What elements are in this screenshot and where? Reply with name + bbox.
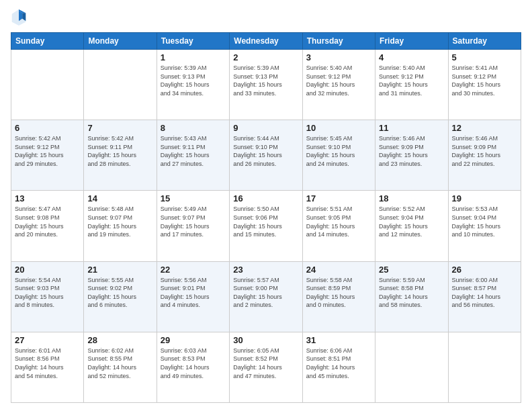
weekday-friday: Friday xyxy=(375,33,448,50)
day-cell: 11Sunrise: 5:46 AM Sunset: 9:09 PM Dayli… xyxy=(375,120,448,191)
day-cell: 10Sunrise: 5:45 AM Sunset: 9:10 PM Dayli… xyxy=(302,120,375,191)
day-number: 29 xyxy=(161,335,226,345)
day-number: 18 xyxy=(379,193,444,203)
day-number: 3 xyxy=(306,52,371,62)
day-cell: 14Sunrise: 5:48 AM Sunset: 9:07 PM Dayli… xyxy=(84,191,157,261)
day-cell: 26Sunrise: 6:00 AM Sunset: 8:57 PM Dayli… xyxy=(448,261,521,332)
day-info: Sunrise: 5:52 AM Sunset: 9:04 PM Dayligh… xyxy=(379,205,444,238)
day-info: Sunrise: 5:59 AM Sunset: 8:58 PM Dayligh… xyxy=(379,276,444,310)
weekday-tuesday: Tuesday xyxy=(157,33,229,50)
weekday-header-row: SundayMondayTuesdayWednesdayThursdayFrid… xyxy=(11,33,521,50)
day-cell: 12Sunrise: 5:46 AM Sunset: 9:09 PM Dayli… xyxy=(448,120,521,191)
day-info: Sunrise: 5:43 AM Sunset: 9:11 PM Dayligh… xyxy=(161,134,226,168)
day-number: 22 xyxy=(161,265,226,275)
day-info: Sunrise: 6:06 AM Sunset: 8:51 PM Dayligh… xyxy=(306,347,371,380)
day-cell: 24Sunrise: 5:58 AM Sunset: 8:59 PM Dayli… xyxy=(302,261,375,332)
day-info: Sunrise: 6:05 AM Sunset: 8:52 PM Dayligh… xyxy=(233,347,298,380)
day-info: Sunrise: 6:01 AM Sunset: 8:56 PM Dayligh… xyxy=(15,347,80,380)
day-number: 26 xyxy=(452,265,517,275)
day-info: Sunrise: 5:47 AM Sunset: 9:08 PM Dayligh… xyxy=(15,205,80,238)
day-number: 2 xyxy=(233,52,298,62)
weekday-wednesday: Wednesday xyxy=(230,33,302,50)
day-number: 6 xyxy=(15,123,80,133)
day-number: 14 xyxy=(87,193,152,203)
day-cell: 16Sunrise: 5:50 AM Sunset: 9:06 PM Dayli… xyxy=(230,191,302,261)
day-cell: 20Sunrise: 5:54 AM Sunset: 9:03 PM Dayli… xyxy=(11,261,84,332)
day-info: Sunrise: 5:44 AM Sunset: 9:10 PM Dayligh… xyxy=(233,134,298,168)
day-number: 15 xyxy=(161,193,226,203)
day-info: Sunrise: 6:03 AM Sunset: 8:53 PM Dayligh… xyxy=(161,347,226,380)
day-cell: 9Sunrise: 5:44 AM Sunset: 9:10 PM Daylig… xyxy=(230,120,302,191)
day-cell: 27Sunrise: 6:01 AM Sunset: 8:56 PM Dayli… xyxy=(11,332,84,402)
day-info: Sunrise: 5:40 AM Sunset: 9:12 PM Dayligh… xyxy=(379,64,444,97)
day-cell: 3Sunrise: 5:40 AM Sunset: 9:12 PM Daylig… xyxy=(302,50,375,120)
day-cell: 17Sunrise: 5:51 AM Sunset: 9:05 PM Dayli… xyxy=(302,191,375,261)
day-cell: 21Sunrise: 5:55 AM Sunset: 9:02 PM Dayli… xyxy=(84,261,157,332)
week-row-1: 1Sunrise: 5:39 AM Sunset: 9:13 PM Daylig… xyxy=(11,50,521,120)
day-info: Sunrise: 5:55 AM Sunset: 9:02 PM Dayligh… xyxy=(87,276,152,310)
day-info: Sunrise: 5:53 AM Sunset: 9:04 PM Dayligh… xyxy=(452,205,517,238)
day-cell: 22Sunrise: 5:56 AM Sunset: 9:01 PM Dayli… xyxy=(157,261,229,332)
day-number: 10 xyxy=(306,123,371,133)
day-number: 23 xyxy=(233,265,298,275)
weekday-saturday: Saturday xyxy=(448,33,521,50)
day-info: Sunrise: 6:00 AM Sunset: 8:57 PM Dayligh… xyxy=(452,276,517,310)
day-info: Sunrise: 5:39 AM Sunset: 9:13 PM Dayligh… xyxy=(161,64,226,97)
day-info: Sunrise: 5:50 AM Sunset: 9:06 PM Dayligh… xyxy=(233,205,298,238)
day-number: 12 xyxy=(452,123,517,133)
day-info: Sunrise: 5:42 AM Sunset: 9:11 PM Dayligh… xyxy=(87,134,152,168)
day-cell xyxy=(448,332,521,402)
week-row-5: 27Sunrise: 6:01 AM Sunset: 8:56 PM Dayli… xyxy=(11,332,521,402)
weekday-sunday: Sunday xyxy=(11,33,84,50)
day-info: Sunrise: 5:51 AM Sunset: 9:05 PM Dayligh… xyxy=(306,205,371,238)
day-info: Sunrise: 5:42 AM Sunset: 9:12 PM Dayligh… xyxy=(15,134,80,168)
day-number: 11 xyxy=(379,123,444,133)
day-cell: 15Sunrise: 5:49 AM Sunset: 9:07 PM Dayli… xyxy=(157,191,229,261)
day-cell: 30Sunrise: 6:05 AM Sunset: 8:52 PM Dayli… xyxy=(230,332,302,402)
day-number: 24 xyxy=(306,265,371,275)
logo xyxy=(11,8,30,27)
day-number: 19 xyxy=(452,193,517,203)
day-cell: 13Sunrise: 5:47 AM Sunset: 9:08 PM Dayli… xyxy=(11,191,84,261)
day-cell: 2Sunrise: 5:39 AM Sunset: 9:13 PM Daylig… xyxy=(230,50,302,120)
day-cell: 25Sunrise: 5:59 AM Sunset: 8:58 PM Dayli… xyxy=(375,261,448,332)
day-cell: 19Sunrise: 5:53 AM Sunset: 9:04 PM Dayli… xyxy=(448,191,521,261)
day-cell: 8Sunrise: 5:43 AM Sunset: 9:11 PM Daylig… xyxy=(157,120,229,191)
day-cell xyxy=(84,50,157,120)
week-row-3: 13Sunrise: 5:47 AM Sunset: 9:08 PM Dayli… xyxy=(11,191,521,261)
day-number: 31 xyxy=(306,335,371,345)
day-info: Sunrise: 5:46 AM Sunset: 9:09 PM Dayligh… xyxy=(379,134,444,168)
week-row-4: 20Sunrise: 5:54 AM Sunset: 9:03 PM Dayli… xyxy=(11,261,521,332)
day-info: Sunrise: 5:40 AM Sunset: 9:12 PM Dayligh… xyxy=(306,64,371,97)
day-cell: 31Sunrise: 6:06 AM Sunset: 8:51 PM Dayli… xyxy=(302,332,375,402)
weekday-thursday: Thursday xyxy=(302,33,375,50)
day-cell: 1Sunrise: 5:39 AM Sunset: 9:13 PM Daylig… xyxy=(157,50,229,120)
calendar: SundayMondayTuesdayWednesdayThursdayFrid… xyxy=(11,32,521,403)
day-number: 5 xyxy=(452,52,517,62)
day-info: Sunrise: 5:48 AM Sunset: 9:07 PM Dayligh… xyxy=(87,205,152,238)
day-number: 27 xyxy=(15,335,80,345)
day-number: 13 xyxy=(15,193,80,203)
weekday-monday: Monday xyxy=(84,33,157,50)
day-info: Sunrise: 5:58 AM Sunset: 8:59 PM Dayligh… xyxy=(306,276,371,310)
day-info: Sunrise: 5:45 AM Sunset: 9:10 PM Dayligh… xyxy=(306,134,371,168)
day-number: 28 xyxy=(87,335,152,345)
day-cell: 4Sunrise: 5:40 AM Sunset: 9:12 PM Daylig… xyxy=(375,50,448,120)
day-info: Sunrise: 5:57 AM Sunset: 9:00 PM Dayligh… xyxy=(233,276,298,310)
day-cell: 28Sunrise: 6:02 AM Sunset: 8:55 PM Dayli… xyxy=(84,332,157,402)
day-cell: 29Sunrise: 6:03 AM Sunset: 8:53 PM Dayli… xyxy=(157,332,229,402)
day-info: Sunrise: 6:02 AM Sunset: 8:55 PM Dayligh… xyxy=(87,347,152,380)
day-cell xyxy=(11,50,84,120)
day-number: 20 xyxy=(15,265,80,275)
page: SundayMondayTuesdayWednesdayThursdayFrid… xyxy=(0,0,532,411)
day-cell: 5Sunrise: 5:41 AM Sunset: 9:12 PM Daylig… xyxy=(448,50,521,120)
header xyxy=(11,8,521,27)
day-number: 4 xyxy=(379,52,444,62)
day-info: Sunrise: 5:41 AM Sunset: 9:12 PM Dayligh… xyxy=(452,64,517,97)
day-number: 1 xyxy=(161,52,226,62)
day-cell xyxy=(375,332,448,402)
day-number: 30 xyxy=(233,335,298,345)
day-number: 8 xyxy=(161,123,226,133)
day-number: 7 xyxy=(87,123,152,133)
day-info: Sunrise: 5:46 AM Sunset: 9:09 PM Dayligh… xyxy=(452,134,517,168)
